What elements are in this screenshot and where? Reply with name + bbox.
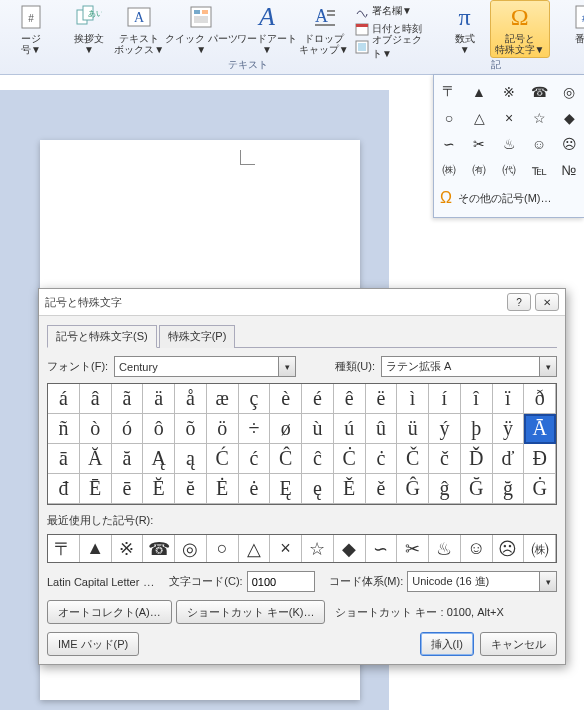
wordart-label: ワードアート ▼ bbox=[237, 33, 297, 55]
signature-icon bbox=[355, 4, 369, 18]
quickparts-button[interactable]: クイック パーツ ▼ bbox=[167, 0, 236, 58]
dropcap-icon: A bbox=[310, 3, 338, 31]
page-number-button[interactable]: # ージ 号▼ bbox=[8, 0, 54, 58]
greeting-label: 挨拶文 ▼ bbox=[74, 33, 104, 55]
svg-text:#: # bbox=[28, 13, 34, 24]
dropcap-button[interactable]: A ドロップ キャップ▼ bbox=[298, 0, 349, 58]
object-button[interactable]: オブジェクト▼ bbox=[355, 38, 426, 55]
svg-rect-18 bbox=[358, 43, 366, 51]
omega-icon: Ω bbox=[506, 3, 534, 31]
svg-rect-13 bbox=[327, 14, 335, 16]
svg-rect-10 bbox=[194, 16, 208, 23]
group-sym-label: 記 bbox=[491, 58, 501, 74]
calendar-icon bbox=[355, 22, 369, 36]
page-number-label: ージ 号▼ bbox=[21, 33, 41, 55]
ribbon: # ージ 号▼ あい 挨拶文 ▼ A テキスト ボックス▼ bbox=[0, 0, 584, 75]
greeting-button[interactable]: あい 挨拶文 ▼ bbox=[66, 0, 112, 58]
svg-text:あい: あい bbox=[88, 9, 102, 18]
number-icon: # bbox=[571, 3, 585, 31]
dropcap-label: ドロップ キャップ▼ bbox=[299, 33, 349, 55]
svg-rect-14 bbox=[315, 24, 335, 26]
pi-icon: π bbox=[451, 3, 479, 31]
textbox-label: テキスト ボックス▼ bbox=[114, 33, 164, 55]
wordart-button[interactable]: A ワードアート ▼ bbox=[238, 0, 297, 58]
symbol-gallery: 〒▲※☎◎○△×☆◆∽✂♨☺☹㈱㈲㈹℡№ Ω その他の記号(M)… bbox=[433, 74, 584, 75]
wordart-icon: A bbox=[253, 3, 281, 31]
group-text-label: テキスト bbox=[228, 58, 268, 74]
quickparts-label: クイック パーツ ▼ bbox=[165, 33, 238, 55]
number-label: 番号 bbox=[575, 33, 585, 44]
quickparts-icon bbox=[187, 3, 215, 31]
greeting-icon: あい bbox=[75, 3, 103, 31]
symbol-label: 記号と 特殊文字▼ bbox=[495, 33, 545, 55]
symbol-button[interactable]: Ω 記号と 特殊文字▼ bbox=[490, 0, 550, 58]
signature-label: 署名欄▼ bbox=[372, 4, 412, 18]
svg-rect-16 bbox=[356, 24, 368, 27]
signature-button[interactable]: 署名欄▼ bbox=[355, 2, 426, 19]
page-icon: # bbox=[17, 3, 45, 31]
svg-rect-12 bbox=[327, 10, 335, 12]
svg-rect-9 bbox=[202, 10, 208, 14]
equation-label: 数式 ▼ bbox=[455, 33, 475, 55]
textbox-button[interactable]: A テキスト ボックス▼ bbox=[114, 0, 165, 58]
object-label: オブジェクト▼ bbox=[372, 33, 426, 61]
equation-button[interactable]: π 数式 ▼ bbox=[442, 0, 488, 58]
number-button[interactable]: # 番号 bbox=[562, 0, 585, 47]
object-icon bbox=[355, 40, 369, 54]
svg-rect-8 bbox=[194, 10, 200, 14]
textbox-icon: A bbox=[125, 3, 153, 31]
svg-text:A: A bbox=[134, 10, 145, 25]
svg-text:A: A bbox=[315, 6, 328, 26]
